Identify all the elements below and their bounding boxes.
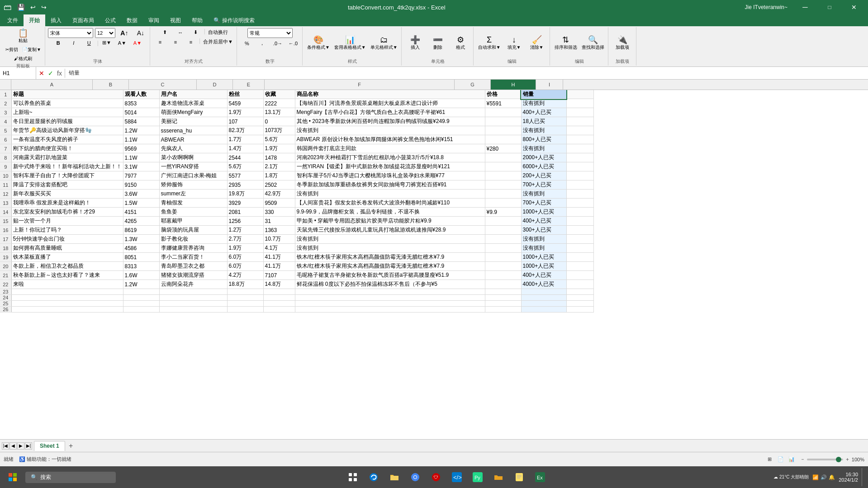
col-header-a[interactable]: A [11, 80, 93, 90]
taskbar-search[interactable]: 🔍 搜索 [25, 472, 116, 483]
cell-I10[interactable] [566, 171, 593, 180]
cell-E4[interactable]: 0 [263, 117, 295, 126]
row-num-22[interactable]: 22 [0, 280, 11, 289]
tab-page-layout[interactable]: 页面布局 [67, 14, 100, 26]
cell-b1[interactable]: 观看人数 [123, 90, 159, 99]
cell-I19[interactable] [566, 253, 593, 262]
cell-H20[interactable]: 1000+人已买 [521, 262, 566, 271]
cell-A18[interactable]: 如何拥有高质量睡眠 [11, 244, 123, 253]
vscode-icon[interactable]: </> [447, 467, 467, 487]
row-num-24[interactable]: 24 [0, 295, 11, 301]
formula-input[interactable]: 销量 [65, 69, 868, 77]
cell-B8[interactable]: 1.1W [123, 153, 159, 162]
cell-C5[interactable]: ssserena_hu [159, 126, 227, 135]
tab-data[interactable]: 数据 [121, 14, 143, 26]
cell-D11[interactable]: 2935 [227, 180, 263, 190]
cell-H22[interactable]: 4000+人已买 [521, 280, 566, 289]
pycharm-icon[interactable]: Py [468, 467, 488, 487]
cell-E23[interactable] [263, 289, 295, 295]
save-icon[interactable]: 💾 [15, 3, 27, 12]
col-header-d[interactable]: D [197, 80, 233, 90]
show-desktop-button[interactable] [862, 468, 864, 486]
number-format-select[interactable]: 常规 [247, 28, 293, 38]
cell-A25[interactable] [11, 301, 123, 307]
normal-view-button[interactable]: ⊞ [765, 455, 775, 464]
row-num-13[interactable]: 13 [0, 199, 11, 208]
cell-F23[interactable] [295, 289, 485, 295]
italic-button[interactable]: I [66, 39, 81, 47]
cell-G5[interactable] [485, 126, 521, 135]
cell-G19[interactable] [485, 253, 521, 262]
row-num-15[interactable]: 15 [0, 217, 11, 226]
cell-G10[interactable] [485, 171, 521, 180]
cell-A7[interactable]: 刚下炕的腊肉便宜买啦！ [11, 144, 123, 153]
cell-D16[interactable]: 1.2万 [227, 226, 263, 235]
row-num-16[interactable]: 16 [0, 226, 11, 235]
row-num-4[interactable]: 4 [0, 117, 11, 126]
cell-H24[interactable] [521, 295, 566, 301]
cell-g1[interactable]: 价格 [485, 90, 521, 99]
row-num-25[interactable]: 25 [0, 301, 11, 307]
cell-I25[interactable] [566, 301, 593, 307]
cell-F24[interactable] [295, 295, 485, 301]
cell-I24[interactable] [566, 295, 593, 301]
cell-B10[interactable]: 7977 [123, 171, 159, 180]
cell-C7[interactable]: 先疯农人 [159, 144, 227, 153]
cell-I3[interactable] [566, 108, 593, 117]
cell-I22[interactable] [566, 280, 593, 289]
cell-A24[interactable] [11, 295, 123, 301]
cell-A14[interactable]: 东北室友安利的加绒毛巾裤！才29 [11, 208, 123, 217]
cell-E10[interactable]: 1.8万 [263, 171, 295, 180]
cell-E19[interactable]: 41.1万 [263, 253, 295, 262]
cell-E5[interactable]: 1073万 [263, 126, 295, 135]
cell-F16[interactable]: 天鼠先锋三代接按乐游戏机儿童玩具打地鼠游戏机速推闯¥28.9 [295, 226, 485, 235]
cell-A23[interactable] [11, 289, 123, 295]
cell-F13[interactable]: 【人间富贵花】假发女款长卷发韩式大波浪外翻卷时尚减龄¥110 [295, 199, 485, 208]
cell-A19[interactable]: 铁木菜板直播了 [11, 253, 123, 262]
cell-I18[interactable] [566, 244, 593, 253]
cell-D26[interactable] [227, 307, 263, 313]
cell-E11[interactable]: 2502 [263, 180, 295, 190]
cell-H25[interactable] [521, 301, 566, 307]
cell-A5[interactable]: 年货节🔑高级运动风新年穿搭🧤 [11, 126, 123, 135]
cell-E16[interactable]: 1363 [263, 226, 295, 235]
cell-E12[interactable]: 42.9万 [263, 190, 295, 199]
cell-G13[interactable] [485, 199, 521, 208]
file-explorer-icon[interactable] [384, 467, 404, 487]
cell-D8[interactable]: 2544 [227, 153, 263, 162]
cell-f1[interactable]: 商品名称 [295, 90, 485, 99]
cell-I16[interactable] [566, 226, 593, 235]
cell-I8[interactable] [566, 153, 593, 162]
cell-D17[interactable]: 2.7万 [227, 235, 263, 244]
cell-G25[interactable] [485, 301, 521, 307]
cell-B18[interactable]: 4586 [123, 244, 159, 253]
tab-search[interactable]: 🔍操作说明搜索 [208, 14, 260, 26]
font-color-button[interactable]: A▼ [130, 39, 145, 47]
col-header-i[interactable]: I [536, 80, 563, 90]
cell-I17[interactable] [566, 235, 593, 244]
cell-B3[interactable]: 5014 [123, 108, 159, 117]
cell-B12[interactable]: 3.6W [123, 190, 159, 199]
cell-A26[interactable] [11, 307, 123, 313]
cell-H8[interactable]: 2000+人已买 [521, 153, 566, 162]
notes-icon[interactable] [509, 467, 529, 487]
cell-F8[interactable]: 河南2023年天种植霜打下雪后的红根趴地小菠菜3斤/5斤¥18.8 [295, 153, 485, 162]
row-num-20[interactable]: 20 [0, 262, 11, 271]
cell-B19[interactable]: 8051 [123, 253, 159, 262]
col-header-c[interactable]: C [129, 80, 197, 90]
confirm-formula-icon[interactable]: ✓ [47, 69, 54, 78]
cell-B14[interactable]: 4151 [123, 208, 159, 217]
cell-F11[interactable]: 冬季新款加绒加厚重磅条纹裤男女同款抽绳弯刀裤宽松百搭¥91 [295, 180, 485, 190]
cell-H5[interactable]: 没有抓到 [521, 126, 566, 135]
cell-B2[interactable]: 8353 [123, 99, 159, 108]
folder-icon[interactable] [489, 467, 508, 487]
cell-H19[interactable]: 1000+人已买 [521, 253, 566, 262]
align-left-button[interactable]: ≡ [153, 38, 167, 46]
cell-C3[interactable]: 萌面侠MengFairy [159, 108, 227, 117]
row-num-2[interactable]: 2 [0, 99, 11, 108]
cell-G20[interactable] [485, 262, 521, 271]
cell-D23[interactable] [227, 289, 263, 295]
row-num-14[interactable]: 14 [0, 208, 11, 217]
cell-B26[interactable] [123, 307, 159, 313]
cell-A10[interactable]: 智利车厘子自由了！大降价团观下 [11, 171, 123, 180]
